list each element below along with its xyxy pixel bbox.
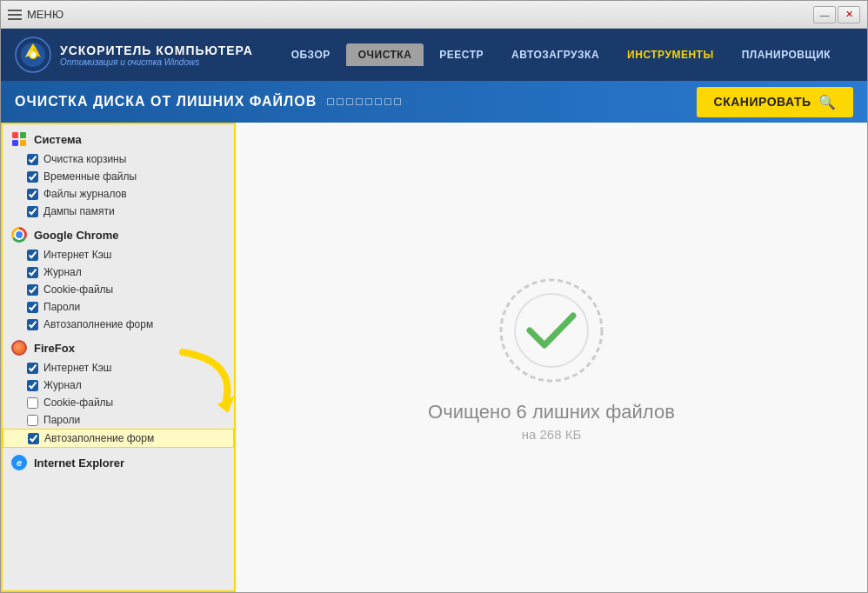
dot-3 bbox=[346, 98, 353, 105]
section-system-label: Система bbox=[34, 133, 82, 146]
checkbox-chrome-autofill[interactable] bbox=[27, 319, 38, 330]
page-header: ОЧИСТКА ДИСКА ОТ ЛИШНИХ ФАЙЛОВ СКАНИРОВА… bbox=[1, 81, 867, 123]
scan-button[interactable]: СКАНИРОВАТЬ 🔍 bbox=[697, 87, 853, 117]
nav-tools[interactable]: ИНСТРУМЕНТЫ bbox=[615, 43, 726, 66]
result-main-text: Очищено 6 лишних файлов bbox=[428, 401, 675, 423]
dot-5 bbox=[365, 98, 372, 105]
page-title-area: ОЧИСТКА ДИСКА ОТ ЛИШНИХ ФАЙЛОВ bbox=[15, 94, 401, 110]
list-item[interactable]: Cookie-файлы bbox=[3, 394, 234, 411]
app-header: УСКОРИТЕЛЬ КОМПЬЮТЕРА Оптимизация и очис… bbox=[1, 29, 867, 81]
list-item[interactable]: Временные файлы bbox=[3, 168, 234, 185]
list-item[interactable]: Журнал bbox=[3, 376, 234, 394]
nav-autorun[interactable]: АВТОЗАГРУЗКА bbox=[499, 43, 611, 66]
section-ie-label: Internet Explorer bbox=[34, 456, 124, 470]
title-bar-left: МЕНЮ bbox=[8, 8, 63, 21]
firefox-icon bbox=[11, 340, 27, 356]
list-item[interactable]: Автозаполнение форм bbox=[3, 429, 234, 448]
svg-point-5 bbox=[501, 280, 602, 381]
result-text: Очищено 6 лишних файлов на 268 КБ bbox=[428, 401, 675, 442]
checkbox-chrome-cookies[interactable] bbox=[27, 284, 38, 296]
checkbox-chrome-journal[interactable] bbox=[27, 267, 38, 278]
progress-dots bbox=[327, 98, 401, 105]
nav-registry[interactable]: РЕЕСТР bbox=[427, 43, 496, 66]
logo-text: УСКОРИТЕЛЬ КОМПЬЮТЕРА Оптимизация и очис… bbox=[60, 43, 253, 67]
checkbox-logs[interactable] bbox=[27, 189, 38, 200]
list-item[interactable]: Автозаполнение форм bbox=[3, 316, 234, 333]
section-ie: e Internet Explorer bbox=[3, 448, 234, 474]
list-item[interactable]: Пароли bbox=[3, 298, 234, 316]
list-item[interactable]: Пароли bbox=[3, 411, 234, 429]
nav-clean[interactable]: ОЧИСТКА bbox=[346, 43, 424, 66]
checkbox-ff-cache[interactable] bbox=[27, 363, 38, 374]
list-item[interactable]: Журнал bbox=[3, 263, 234, 281]
list-item[interactable]: Файлы журналов bbox=[3, 185, 234, 203]
checkbox-chrome-passwords[interactable] bbox=[27, 302, 38, 313]
success-circle bbox=[495, 274, 608, 387]
dot-8 bbox=[394, 98, 401, 105]
checkbox-ff-cookies[interactable] bbox=[27, 397, 38, 409]
logo-area: УСКОРИТЕЛЬ КОМПЬЮТЕРА Оптимизация и очис… bbox=[15, 37, 253, 73]
logo-subtitle: Оптимизация и очистка Windows bbox=[60, 57, 253, 67]
logo-title: УСКОРИТЕЛЬ КОМПЬЮТЕРА bbox=[60, 43, 253, 57]
minimize-button[interactable]: — bbox=[813, 6, 836, 23]
checkbox-ff-journal[interactable] bbox=[27, 380, 38, 391]
list-item[interactable]: Очистка корзины bbox=[3, 150, 234, 168]
checkbox-recycle[interactable] bbox=[27, 154, 38, 165]
section-chrome-label: Google Chrome bbox=[34, 229, 119, 242]
sidebar[interactable]: Система Очистка корзины Временные файлы … bbox=[1, 123, 236, 592]
list-item[interactable]: Интернет Кэш bbox=[3, 246, 234, 263]
section-system: Система bbox=[3, 124, 234, 150]
main-content: Система Очистка корзины Временные файлы … bbox=[1, 123, 867, 592]
nav-menu: ОБЗОР ОЧИСТКА РЕЕСТР АВТОЗАГРУЗКА ИНСТРУ… bbox=[279, 43, 843, 66]
svg-point-3 bbox=[30, 52, 36, 57]
dot-1 bbox=[327, 98, 334, 105]
title-bar: МЕНЮ — ✕ bbox=[1, 1, 867, 29]
close-button[interactable]: ✕ bbox=[838, 6, 860, 23]
ie-icon: e bbox=[11, 455, 27, 470]
logo-icon bbox=[15, 37, 51, 73]
window-controls: — ✕ bbox=[813, 6, 860, 23]
dot-7 bbox=[384, 98, 391, 105]
page-title: ОЧИСТКА ДИСКА ОТ ЛИШНИХ ФАЙЛОВ bbox=[15, 94, 317, 110]
nav-scheduler[interactable]: ПЛАНИРОВЩИК bbox=[730, 43, 844, 66]
section-firefox: FireFox bbox=[3, 333, 234, 359]
result-sub-text: на 268 КБ bbox=[428, 427, 675, 442]
checkbox-chrome-cache[interactable] bbox=[27, 250, 38, 261]
dot-2 bbox=[337, 98, 344, 105]
dot-4 bbox=[356, 98, 363, 105]
svg-point-6 bbox=[515, 294, 588, 367]
chrome-icon bbox=[11, 227, 27, 243]
app-window: МЕНЮ — ✕ УСКОРИТЕЛЬ КОМПЬЮТЕРА bbox=[0, 0, 868, 593]
search-icon: 🔍 bbox=[818, 94, 837, 110]
section-firefox-label: FireFox bbox=[34, 342, 75, 355]
list-item[interactable]: Интернет Кэш bbox=[3, 359, 234, 376]
checkbox-temp[interactable] bbox=[27, 171, 38, 183]
list-item[interactable]: Cookie-файлы bbox=[3, 281, 234, 298]
content-area: Очищено 6 лишних файлов на 268 КБ bbox=[236, 123, 867, 592]
nav-overview[interactable]: ОБЗОР bbox=[279, 43, 343, 66]
dot-6 bbox=[375, 98, 382, 105]
checkbox-ff-autofill[interactable] bbox=[28, 433, 39, 444]
menu-button[interactable] bbox=[8, 10, 22, 20]
checkbox-ff-passwords[interactable] bbox=[27, 415, 38, 426]
section-chrome: Google Chrome bbox=[3, 220, 234, 246]
checkbox-dumps[interactable] bbox=[27, 206, 38, 217]
windows-icon bbox=[11, 131, 27, 147]
menu-label: МЕНЮ bbox=[27, 8, 63, 21]
list-item[interactable]: Дампы памяти bbox=[3, 203, 234, 220]
